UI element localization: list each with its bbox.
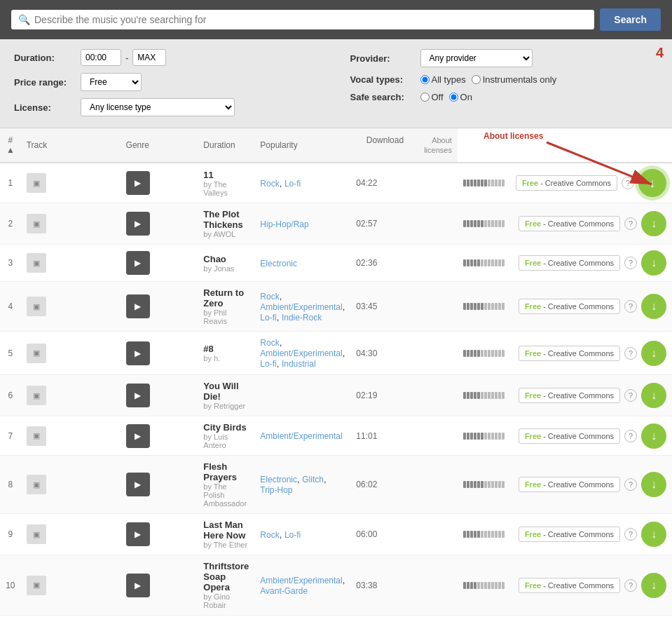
about-licenses-label[interactable]: About licenses — [424, 136, 452, 154]
play-button[interactable]: ▶ — [126, 251, 150, 275]
genre-link[interactable]: Lo-fi — [284, 530, 301, 540]
vocal-inst-label[interactable]: Instrumentals only — [472, 74, 557, 85]
genre-link[interactable]: Ambient/Experimental — [260, 431, 342, 441]
safe-on-label[interactable]: On — [449, 92, 472, 102]
search-input[interactable] — [34, 14, 587, 25]
genre-link[interactable]: Rock — [260, 338, 279, 348]
license-help-icon[interactable]: ? — [624, 217, 637, 230]
vocal-all-label[interactable]: All types — [420, 74, 466, 85]
row-genre: Rock, Lo-fi — [254, 514, 350, 555]
play-button[interactable]: ▶ — [126, 294, 150, 318]
safe-on-radio[interactable] — [449, 93, 458, 102]
col-genre[interactable]: Genre — [121, 128, 198, 163]
table-row: 7 ▣ ▶ City Birds by Luis Antero Ambient/… — [0, 416, 672, 456]
row-download: Free - Creative Commons ? ↓ — [510, 456, 672, 514]
license-tag: Free - Creative Commons — [519, 477, 620, 492]
download-button[interactable]: ↓ — [641, 294, 666, 319]
genre-link[interactable]: Industrial — [282, 359, 316, 369]
row-duration: 02:57 — [350, 203, 458, 245]
license-help-icon[interactable]: ? — [624, 478, 637, 491]
genre-link[interactable]: Trip-Hop — [260, 485, 292, 495]
track-artist: by AWOL — [203, 230, 249, 238]
download-button[interactable]: ↓ — [641, 383, 666, 408]
duration-from[interactable] — [81, 49, 121, 66]
vocal-inst-radio[interactable] — [472, 75, 481, 84]
play-button[interactable]: ▶ — [126, 384, 150, 407]
col-popularity[interactable]: Popularity — [254, 128, 350, 163]
license-help-icon[interactable]: ? — [622, 177, 634, 189]
row-track-info: Thriftstore Soap Opera by Gino Robair — [198, 555, 254, 616]
download-button[interactable]: ↓ — [641, 522, 666, 547]
license-help-icon[interactable]: ? — [624, 389, 637, 402]
vocal-all-radio[interactable] — [420, 75, 430, 84]
license-name-text: - Creative Commons — [540, 179, 611, 187]
download-button[interactable]: ↓ — [641, 573, 666, 598]
genre-link[interactable]: Indie-Rock — [282, 313, 322, 323]
results-table: # ▲ Track Genre Duration Popularity Down… — [0, 128, 672, 616]
genre-link[interactable]: Ambient/Experimental — [260, 302, 342, 312]
genre-link[interactable]: Rock — [260, 179, 279, 189]
download-button[interactable]: ↓ — [641, 423, 666, 449]
license-help-icon[interactable]: ? — [624, 347, 637, 360]
license-tag: Free - Creative Commons — [519, 388, 620, 403]
safe-off-label[interactable]: Off — [420, 92, 444, 102]
download-label: Download — [366, 135, 404, 145]
duration-label: Duration: — [14, 53, 74, 63]
play-button[interactable]: ▶ — [126, 341, 150, 365]
download-button[interactable]: ↓ — [641, 341, 666, 366]
play-button[interactable]: ▶ — [126, 212, 150, 236]
download-button[interactable]: ↓ — [638, 169, 666, 197]
genre-link[interactable]: Rock — [260, 292, 279, 301]
license-select[interactable]: Any license type Creative Commons Premiu… — [81, 98, 235, 116]
genre-link[interactable]: Electronic — [260, 259, 297, 269]
genre-link[interactable]: Lo-fi — [284, 179, 301, 189]
row-popularity — [458, 245, 510, 282]
row-track-info: You Will Die! by Retrigger — [198, 375, 254, 416]
safe-off-radio[interactable] — [420, 93, 430, 102]
license-free-text: Free — [525, 391, 541, 400]
row-genre — [254, 375, 350, 416]
price-select[interactable]: Free Any Premium — [81, 73, 142, 91]
provider-select[interactable]: Any provider ccMixter Jamendo — [420, 49, 533, 67]
download-button[interactable]: ↓ — [641, 250, 666, 276]
search-bar: 🔍 Search — [0, 0, 672, 39]
license-tag: Free - Creative Commons — [519, 346, 620, 361]
license-name-text: - Creative Commons — [543, 530, 614, 538]
license-help-icon[interactable]: ? — [624, 430, 637, 442]
genre-link[interactable]: Ambient/Experimental — [260, 576, 342, 585]
genre-link[interactable]: Glitch — [302, 475, 324, 484]
col-duration[interactable]: Duration — [198, 128, 254, 163]
play-button[interactable]: ▶ — [126, 574, 150, 597]
provider-filter: Provider: Any provider ccMixter Jamendo — [350, 49, 659, 67]
play-button[interactable]: ▶ — [126, 473, 150, 496]
license-free-text: Free — [525, 219, 541, 228]
play-button[interactable]: ▶ — [126, 424, 150, 448]
play-button[interactable]: ▶ — [126, 171, 150, 195]
play-button[interactable]: ▶ — [126, 522, 150, 546]
row-track-icon: ▣ — [21, 332, 121, 375]
genre-link[interactable]: Electronic — [260, 475, 297, 484]
duration-to[interactable] — [132, 49, 166, 66]
row-num: 5 — [0, 332, 21, 375]
download-button[interactable]: ↓ — [641, 472, 666, 497]
genre-link[interactable]: Ambient/Experimental — [260, 348, 342, 358]
genre-link[interactable]: Rock — [260, 530, 279, 540]
license-help-icon[interactable]: ? — [624, 257, 637, 269]
genre-link[interactable]: Lo-fi — [260, 313, 276, 323]
col-track[interactable]: Track — [21, 128, 121, 163]
license-help-icon[interactable]: ? — [624, 528, 637, 541]
license-help-icon[interactable]: ? — [624, 579, 637, 592]
row-popularity — [458, 282, 510, 332]
license-wrap: Free - Creative Commons ? ↓ — [516, 472, 666, 497]
genre-link[interactable]: Avant-Garde — [260, 586, 308, 596]
genre-link[interactable]: Lo-fi — [260, 359, 276, 369]
table-row: 4 ▣ ▶ Return to Zero by Phil Reavis Rock… — [0, 282, 672, 332]
row-genre: Rock, Lo-fi — [254, 163, 350, 203]
license-help-icon[interactable]: ? — [624, 300, 637, 313]
col-num[interactable]: # ▲ — [0, 128, 21, 163]
download-button[interactable]: ↓ — [641, 211, 666, 236]
track-title: Flesh Prayers — [203, 461, 249, 482]
genre-link[interactable]: Hip-Hop/Rap — [260, 219, 308, 229]
search-button[interactable]: Search — [600, 8, 661, 31]
row-genre: Ambient/Experimental, Avant-Garde — [254, 555, 350, 616]
